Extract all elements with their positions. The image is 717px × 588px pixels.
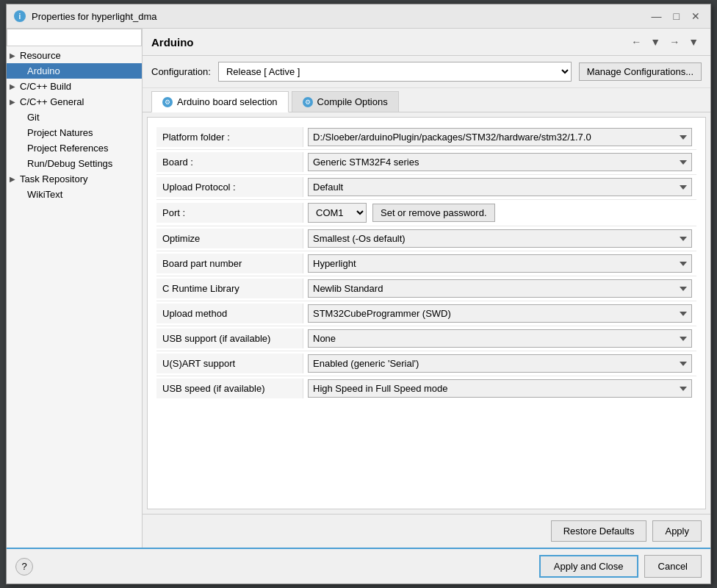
manage-configs-button[interactable]: Manage Configurations... [579,62,702,81]
sidebar-label-wikitext: WikiText [27,189,62,200]
forward-button[interactable]: → [666,35,682,49]
restore-button[interactable]: □ [671,9,682,24]
tab-arduino-board-selection[interactable]: ⚙ Arduino board selection [151,91,289,112]
sidebar: ▶ Resource Arduino ▶ C/C++ Build ▶ C/C++… [7,29,143,548]
usart-select[interactable]: Enabled (generic 'Serial') [308,354,692,373]
tab-compile-options[interactable]: ⚙ Compile Options [292,91,399,112]
tab-icon-compile: ⚙ [303,97,313,107]
settings-label-usb-speed: USB speed (if available) [156,379,303,398]
bottom-buttons: Apply and Close Cancel [539,555,702,578]
sidebar-item-project-references[interactable]: Project References [7,140,142,156]
back-button[interactable]: ← [628,35,644,49]
settings-row-board-part: Board part number Hyperlight [156,251,696,276]
settings-label-optimize: Optimize [156,229,303,248]
tab-icon-board: ⚙ [162,97,173,107]
settings-label-port: Port : [156,203,303,223]
settings-value-usb-support: None [303,326,696,351]
sidebar-label-run-debug: Run/Debug Settings [27,158,112,169]
usb-support-select[interactable]: None [308,329,692,348]
config-label: Configuration: [151,66,211,77]
settings-row-upload-protocol: Upload Protocol : Default [156,175,696,200]
tab-label-board: Arduino board selection [177,96,278,107]
settings-value-port: COM1 Set or remove password. [303,200,696,226]
upload-method-select[interactable]: STM32CubeProgrammer (SWD) [308,304,692,323]
config-select[interactable]: Release [ Active ] [218,62,572,82]
header-nav: ← ▼ → ▼ [628,35,702,49]
minimize-button[interactable]: — [649,9,665,24]
port-select[interactable]: COM1 [308,203,367,223]
port-row: COM1 Set or remove password. [308,203,692,223]
settings-label-usart: U(S)ART support [156,354,303,373]
forward-arrow-button[interactable]: ▼ [685,35,702,49]
settings-row-optimize: Optimize Smallest (-Os default) [156,226,696,251]
settings-label-platform: Platform folder : [156,127,303,147]
sidebar-item-resource[interactable]: ▶ Resource [7,48,142,63]
dialog-body: ▶ Resource Arduino ▶ C/C++ Build ▶ C/C++… [7,29,710,548]
settings-value-board-part: Hyperlight [303,251,696,276]
settings-row-c-runtime: C Runtime Library Newlib Standard [156,276,696,301]
settings-content: Platform folder : D:/Sloeber/arduinoPlug… [147,117,706,509]
back-arrow-button[interactable]: ▼ [647,35,663,49]
sidebar-label-cpp-general: C/C++ General [20,96,84,107]
arrow-icon: ▶ [10,82,15,90]
settings-label-c-runtime: C Runtime Library [156,279,303,298]
sidebar-item-cpp-general[interactable]: ▶ C/C++ General [7,94,142,110]
settings-label-board-part: Board part number [156,254,303,273]
c-runtime-select[interactable]: Newlib Standard [308,279,692,298]
sidebar-item-arduino[interactable]: Arduino [7,63,142,79]
properties-dialog: Properties for hyperlight_dma — □ ✕ ▶ Re… [6,4,711,584]
sidebar-search-input[interactable] [7,29,142,46]
upload-protocol-select[interactable]: Default [308,178,692,196]
usb-speed-select[interactable]: High Speed in Full Speed mode [308,379,692,398]
settings-value-usart: Enabled (generic 'Serial') [303,351,696,376]
settings-row-platform: Platform folder : D:/Sloeber/arduinoPlug… [156,125,696,150]
apply-button[interactable]: Apply [652,520,702,542]
settings-label-usb-support: USB support (if available) [156,329,303,348]
help-label: ? [21,561,26,572]
board-select[interactable]: Generic STM32F4 series [308,153,692,171]
sidebar-label-project-natures: Project Natures [27,127,93,138]
settings-label-upload-method: Upload method [156,304,303,323]
settings-label-upload-protocol: Upload Protocol : [156,177,303,197]
restore-defaults-button[interactable]: Restore Defaults [551,520,647,542]
platform-folder-select[interactable]: D:/Sloeber/arduinoPlugin/packages/STM32/… [308,128,692,146]
settings-row-usb-support: USB support (if available) None [156,326,696,351]
main-content: Arduino ← ▼ → ▼ Configuration: Release [… [143,29,710,548]
settings-row-board: Board : Generic STM32F4 series [156,150,696,175]
arrow-icon: ▶ [10,175,15,183]
tab-label-compile: Compile Options [317,96,388,107]
settings-footer: Restore Defaults Apply [143,514,710,548]
main-header: Arduino ← ▼ → ▼ [143,29,710,56]
sidebar-item-cpp-build[interactable]: ▶ C/C++ Build [7,79,142,94]
title-bar: Properties for hyperlight_dma — □ ✕ [7,4,710,29]
settings-value-c-runtime: Newlib Standard [303,276,696,301]
password-button[interactable]: Set or remove password. [372,204,495,222]
bottom-bar: ? Apply and Close Cancel [7,548,710,584]
sidebar-label-git: Git [27,112,40,123]
arrow-icon: ▶ [10,98,15,106]
cancel-button[interactable]: Cancel [644,555,702,578]
settings-value-platform: D:/Sloeber/arduinoPlugin/packages/STM32/… [303,125,696,149]
help-button[interactable]: ? [15,558,33,576]
dialog-icon [14,10,26,22]
settings-row-upload-method: Upload method STM32CubeProgrammer (SWD) [156,301,696,326]
settings-value-upload-protocol: Default [303,175,696,199]
sidebar-item-project-natures[interactable]: Project Natures [7,125,142,140]
sidebar-item-task-repo[interactable]: ▶ Task Repository [7,171,142,187]
settings-label-board: Board : [156,152,303,172]
page-title: Arduino [151,36,194,49]
settings-value-board: Generic STM32F4 series [303,150,696,174]
sidebar-label-task-repo: Task Repository [20,173,87,184]
config-row: Configuration: Release [ Active ] Manage… [143,56,710,88]
sidebar-item-wikitext[interactable]: WikiText [7,187,142,202]
sidebar-label-cpp-build: C/C++ Build [20,81,71,92]
settings-value-optimize: Smallest (-Os default) [303,226,696,251]
settings-row-port: Port : COM1 Set or remove password. [156,200,696,226]
board-part-select[interactable]: Hyperlight [308,254,692,273]
sidebar-item-run-debug[interactable]: Run/Debug Settings [7,156,142,171]
sidebar-label-arduino: Arduino [27,65,60,76]
optimize-select[interactable]: Smallest (-Os default) [308,229,692,248]
sidebar-item-git[interactable]: Git [7,110,142,125]
close-button[interactable]: ✕ [688,9,703,24]
apply-and-close-button[interactable]: Apply and Close [539,555,638,578]
